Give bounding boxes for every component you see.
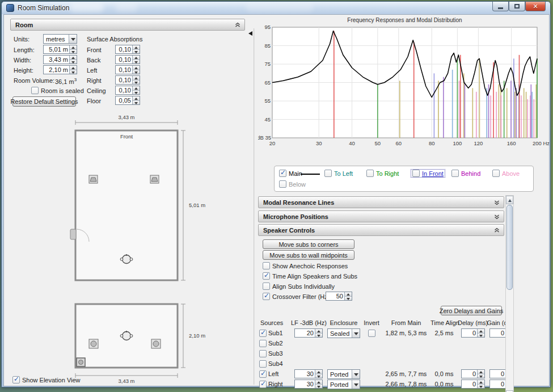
splitter-collapse-icon[interactable]	[248, 31, 252, 36]
left-enable-checkbox[interactable]	[259, 370, 267, 378]
spinner-buttons[interactable]	[132, 76, 140, 84]
spinner-down-icon[interactable]	[478, 385, 484, 389]
height-spinner[interactable]: 2,10 m	[43, 65, 77, 74]
spinner-up-icon[interactable]	[478, 370, 484, 374]
in-front-trace-checkbox[interactable]	[412, 170, 420, 177]
spinner-up-icon[interactable]	[133, 86, 140, 91]
room-section-header[interactable]: Room	[10, 19, 245, 31]
split-pane-divider[interactable]	[254, 28, 255, 385]
right-speaker-icon[interactable]	[150, 175, 159, 183]
spinner-up-icon[interactable]	[345, 292, 352, 297]
sub1-lf-spinner[interactable]: 20	[294, 328, 323, 338]
speaker-controls-section-header[interactable]: Speaker Controls	[258, 224, 504, 236]
sub2-enable-checkbox[interactable]	[259, 340, 267, 347]
dropdown-arrow-icon[interactable]	[69, 35, 77, 43]
zero-delays-gains-button[interactable]: Zero Delays and Gains	[441, 306, 502, 315]
right-delay-spinner[interactable]: 0	[461, 380, 485, 389]
legend-item-to-right[interactable]: To Right	[366, 170, 399, 177]
legend-item-above[interactable]: Above	[492, 170, 520, 177]
scroll-up-button[interactable]	[506, 196, 513, 204]
spinner-up-icon[interactable]	[478, 329, 484, 334]
spinner-down-icon[interactable]	[478, 374, 484, 378]
surface-floor-spinner[interactable]: 0,05	[115, 96, 140, 105]
legend-item-in-front[interactable]: In Front	[411, 169, 445, 178]
sub4-enable-checkbox[interactable]	[259, 360, 267, 368]
left-speaker-icon[interactable]	[89, 175, 98, 183]
units-dropdown[interactable]: metres	[43, 34, 77, 44]
spinner-down-icon[interactable]	[315, 385, 322, 389]
spinner-up-icon[interactable]	[315, 380, 322, 385]
surface-right-spinner[interactable]: 0,10	[115, 75, 140, 85]
spinner-down-icon[interactable]	[133, 50, 140, 54]
above-trace-checkbox[interactable]	[492, 170, 500, 177]
spinner-up-icon[interactable]	[133, 45, 140, 50]
spinner-buttons[interactable]	[477, 329, 484, 337]
maximize-button[interactable]	[509, 2, 525, 11]
left-lf-spinner[interactable]: 30	[294, 369, 323, 378]
spinner-down-icon[interactable]	[133, 101, 140, 105]
subwoofer-icon[interactable]	[77, 358, 85, 366]
spinner-buttons[interactable]	[132, 56, 140, 64]
dropdown-arrow-icon[interactable]	[352, 370, 360, 378]
spinner-down-icon[interactable]	[133, 81, 140, 85]
sub1-delay-spinner[interactable]: 0	[461, 328, 485, 338]
sub1-enclosure-dropdown[interactable]: Sealed	[327, 328, 360, 338]
sub1-enable-checkbox[interactable]	[259, 330, 267, 337]
anechoic-responses-checkbox[interactable]	[263, 262, 270, 269]
surface-ceiling-spinner[interactable]: 0,10	[115, 86, 140, 95]
crossover-filter-checkbox[interactable]	[263, 293, 270, 300]
vertical-scrollbar[interactable]	[505, 195, 514, 392]
spinner-buttons[interactable]	[315, 380, 322, 388]
to-right-trace-checkbox[interactable]	[366, 170, 374, 177]
legend-item-behind[interactable]: Behind	[451, 170, 480, 177]
spinner-up-icon[interactable]	[70, 45, 77, 50]
surface-front-spinner[interactable]: 0,10	[115, 45, 140, 54]
spinner-buttons[interactable]	[315, 370, 322, 378]
behind-trace-checkbox[interactable]	[451, 170, 459, 177]
collapse-up-chevron-icon[interactable]	[493, 227, 500, 234]
align-subs-individually-checkbox[interactable]	[263, 283, 270, 290]
spinner-down-icon[interactable]	[133, 70, 140, 74]
spinner-up-icon[interactable]	[133, 66, 140, 70]
left-enclosure-dropdown[interactable]: Ported	[327, 369, 360, 379]
time-align-checkbox[interactable]	[263, 272, 270, 280]
surface-left-spinner[interactable]: 0,10	[115, 65, 140, 74]
spinner-buttons[interactable]	[69, 66, 77, 74]
move-subs-midpoints-button[interactable]: Move subs to wall midpoints	[263, 250, 354, 260]
spinner-down-icon[interactable]	[315, 374, 322, 378]
spinner-down-icon[interactable]	[70, 70, 77, 74]
right-speaker-elevation-icon[interactable]	[151, 339, 161, 348]
microphone-positions-section-header[interactable]: Microphone Positions	[258, 210, 504, 222]
legend-item-to-left[interactable]: To Left	[324, 170, 353, 177]
spinner-down-icon[interactable]	[478, 334, 484, 338]
right-enable-checkbox[interactable]	[259, 381, 267, 388]
right-lf-spinner[interactable]: 30	[294, 380, 323, 389]
dropdown-arrow-icon[interactable]	[352, 380, 360, 389]
legend-item-main[interactable]: Main	[279, 170, 302, 177]
spinner-down-icon[interactable]	[70, 60, 77, 64]
spinner-down-icon[interactable]	[345, 297, 352, 301]
below-trace-checkbox[interactable]	[279, 180, 286, 188]
expand-down-chevron-icon[interactable]	[493, 213, 500, 220]
spinner-buttons[interactable]	[132, 96, 140, 104]
spinner-buttons[interactable]	[132, 86, 140, 94]
spinner-buttons[interactable]	[315, 329, 322, 337]
spinner-buttons[interactable]	[69, 56, 77, 64]
room-sealed-checkbox[interactable]	[31, 87, 39, 94]
restore-defaults-button[interactable]: Restore Default Settings	[12, 96, 76, 107]
close-button[interactable]: ✕	[525, 2, 546, 11]
legend-item-below[interactable]: Below	[279, 180, 306, 188]
collapse-up-chevron-icon[interactable]	[234, 22, 241, 28]
surface-back-spinner[interactable]: 0,10	[115, 55, 140, 64]
spinner-up-icon[interactable]	[133, 56, 140, 60]
spinner-down-icon[interactable]	[133, 91, 140, 95]
scrollbar-thumb[interactable]	[506, 205, 513, 290]
spinner-buttons[interactable]	[132, 45, 140, 53]
sub3-enable-checkbox[interactable]	[259, 350, 267, 357]
sub1-invert-checkbox[interactable]	[368, 330, 375, 337]
spinner-buttons[interactable]	[344, 292, 352, 300]
left-speaker-elevation-icon[interactable]	[89, 339, 98, 348]
minimize-button[interactable]	[492, 2, 509, 11]
spinner-up-icon[interactable]	[133, 76, 140, 81]
spinner-up-icon[interactable]	[133, 96, 140, 101]
